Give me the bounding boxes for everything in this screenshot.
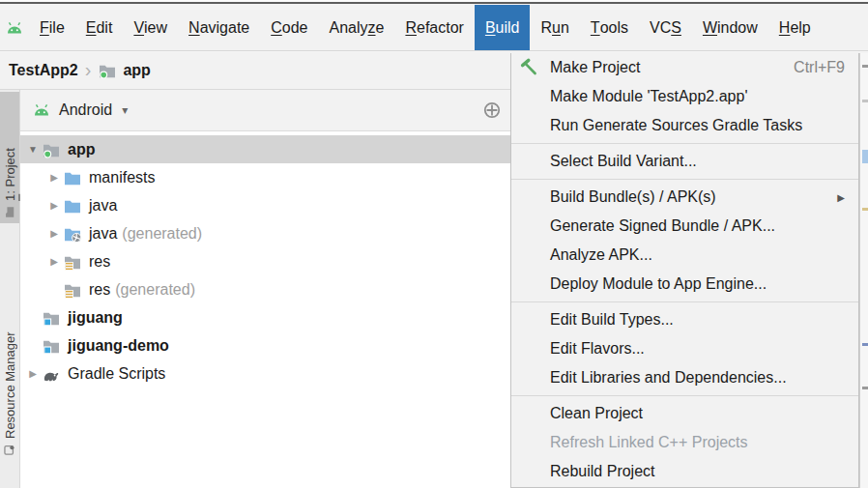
- tree-item-jiguang[interactable]: jiguang: [20, 303, 511, 331]
- menubar-item-vcs[interactable]: VCS: [639, 5, 692, 50]
- menubar-item-view[interactable]: View: [123, 5, 178, 50]
- menu-item-label: Edit Build Types...: [550, 311, 674, 329]
- tree-item-app[interactable]: ▼app: [20, 135, 511, 163]
- tree-item-label: jiguang: [68, 309, 123, 327]
- menu-item-label: Build Bundle(s) / APK(s): [550, 188, 716, 206]
- project-tree: ▼app▶manifests▶java▶java(generated)▶resr…: [20, 131, 511, 488]
- menu-item-label: Rebuild Project: [550, 463, 655, 480]
- menu-item-label: Make Module 'TestApp2.app': [550, 88, 747, 105]
- folder-java-gen-icon: [63, 224, 82, 244]
- project-view-selector[interactable]: Android ▾: [32, 100, 128, 120]
- menu-item-label: Run Generate Sources Gradle Tasks: [550, 117, 802, 134]
- mini-resource-icon: [4, 444, 16, 456]
- tool-window-tab-resource-manager[interactable]: Resource Manager: [0, 237, 19, 461]
- menu-item-label: Analyze APK...: [550, 246, 652, 264]
- folder-blue-icon: [63, 168, 82, 187]
- breadcrumb-module[interactable]: app: [123, 62, 150, 79]
- menu-item-label: Edit Libraries and Dependencies...: [550, 369, 787, 387]
- menu-item-make-module-testapp2-app[interactable]: Make Module 'TestApp2.app': [511, 82, 858, 111]
- tree-item-manifests[interactable]: ▶manifests: [20, 163, 511, 191]
- tree-item-java-generated[interactable]: ▶java(generated): [20, 219, 511, 247]
- menu-item-label: Make Project: [550, 59, 640, 76]
- folder-app-icon: [42, 140, 61, 159]
- menu-item-make-project[interactable]: Make ProjectCtrl+F9: [511, 53, 858, 82]
- tree-item-res-generated[interactable]: res(generated): [20, 275, 511, 303]
- app-module-folder-icon: [98, 61, 117, 80]
- menu-item-build-bundle-s-apk-s[interactable]: Build Bundle(s) / APK(s)▶: [511, 183, 858, 212]
- folder-module-icon: [42, 308, 61, 328]
- project-tool-window: Android ▾ ▼app▶manifests▶java▶java(gener…: [20, 90, 512, 488]
- mini-project-icon: [4, 206, 16, 218]
- folder-blue-icon: [63, 196, 82, 215]
- menu-separator: [511, 143, 858, 144]
- menu-item-label: Deploy Module to App Engine...: [550, 275, 767, 293]
- editor-edge-sliver: [859, 53, 868, 488]
- menubar-item-code[interactable]: Code: [260, 5, 318, 50]
- folder-res-icon: [63, 252, 82, 272]
- tree-item-suffix: (generated): [122, 225, 202, 243]
- submenu-arrow-icon: ▶: [837, 192, 845, 203]
- menu-separator: [511, 395, 858, 396]
- menu-item-edit-build-types[interactable]: Edit Build Types...: [511, 305, 858, 334]
- menubar-item-tools[interactable]: Tools: [580, 5, 639, 50]
- menu-item-label: Generate Signed Bundle / APK...: [550, 217, 775, 235]
- android-view-icon: [32, 100, 51, 120]
- tree-item-label: Gradle Scripts: [68, 365, 165, 383]
- android-studio-logo-icon: [2, 5, 29, 50]
- menu-item-label: Select Build Variant...: [550, 153, 697, 170]
- folder-module-icon: [42, 336, 61, 356]
- menu-item-rebuild-project[interactable]: Rebuild Project: [511, 457, 858, 486]
- menu-separator: [511, 301, 858, 302]
- menubar-item-build[interactable]: Build: [475, 5, 531, 50]
- tree-collapse-arrow-icon[interactable]: ▶: [45, 200, 63, 211]
- tree-item-res[interactable]: ▶res: [20, 247, 511, 275]
- menu-item-analyze-apk[interactable]: Analyze APK...: [511, 241, 858, 270]
- menubar-item-window[interactable]: Window: [692, 5, 768, 50]
- breadcrumb-separator-icon: ›: [85, 59, 92, 81]
- tree-item-label: java: [89, 225, 117, 243]
- menu-item-label: Refresh Linked C++ Projects: [550, 434, 748, 451]
- menu-item-refresh-linked-c-projects: Refresh Linked C++ Projects: [511, 428, 858, 457]
- tree-item-label: res: [89, 281, 110, 299]
- menu-item-select-build-variant[interactable]: Select Build Variant...: [511, 147, 858, 176]
- tree-collapse-arrow-icon[interactable]: ▶: [24, 368, 42, 379]
- tree-expand-arrow-icon[interactable]: ▼: [24, 144, 42, 155]
- menu-item-clean-project[interactable]: Clean Project: [511, 399, 858, 428]
- tree-item-gradle-scripts[interactable]: ▶Gradle Scripts: [20, 359, 511, 388]
- tree-collapse-arrow-icon[interactable]: ▶: [45, 172, 63, 183]
- menubar-item-help[interactable]: Help: [768, 5, 822, 50]
- project-view-label: Android: [59, 101, 112, 119]
- tree-item-label: jiguang-demo: [68, 337, 169, 355]
- menubar-item-file[interactable]: File: [29, 5, 75, 50]
- tree-collapse-arrow-icon[interactable]: ▶: [45, 228, 63, 239]
- tree-collapse-arrow-icon[interactable]: ▶: [45, 256, 63, 267]
- gradle-elephant-icon: [42, 364, 61, 384]
- menu-item-edit-flavors[interactable]: Edit Flavors...: [511, 334, 858, 363]
- menubar-item-navigate[interactable]: Navigate: [178, 5, 260, 50]
- menubar-item-analyze[interactable]: Analyze: [318, 5, 394, 50]
- menu-separator: [511, 179, 858, 180]
- folder-res-icon: [63, 280, 82, 300]
- build-dropdown-menu: Make ProjectCtrl+F9Make Module 'TestApp2…: [510, 53, 859, 488]
- tree-item-suffix: (generated): [115, 281, 195, 299]
- menu-item-label: Clean Project: [550, 405, 643, 422]
- breadcrumb-project[interactable]: TestApp2: [9, 62, 78, 79]
- menubar-item-edit[interactable]: Edit: [75, 5, 124, 50]
- tree-item-label: java: [89, 197, 117, 215]
- tool-window-tab-1-project[interactable]: 1: Project: [0, 92, 19, 223]
- tool-window-tab-label: Resource Manager: [3, 331, 17, 439]
- tree-item-jiguang-demo[interactable]: jiguang-demo: [20, 331, 511, 359]
- menu-item-shortcut: Ctrl+F9: [794, 59, 845, 76]
- menubar-item-refactor[interactable]: Refactor: [394, 5, 474, 50]
- tool-window-tab-label: 1: Project: [3, 148, 17, 201]
- menu-item-deploy-module-to-app-engine[interactable]: Deploy Module to App Engine...: [511, 270, 858, 299]
- tree-item-java[interactable]: ▶java: [20, 191, 511, 219]
- chevron-down-icon: ▾: [122, 103, 128, 117]
- locate-file-button[interactable]: [482, 100, 502, 120]
- tree-item-label: res: [89, 253, 110, 271]
- menubar-item-run[interactable]: Run: [530, 5, 579, 50]
- tree-item-label: manifests: [89, 169, 155, 187]
- menu-item-run-generate-sources-gradle-tasks[interactable]: Run Generate Sources Gradle Tasks: [511, 111, 858, 140]
- menu-item-generate-signed-bundle-apk[interactable]: Generate Signed Bundle / APK...: [511, 212, 858, 241]
- menu-item-edit-libraries-and-dependencies[interactable]: Edit Libraries and Dependencies...: [511, 363, 858, 392]
